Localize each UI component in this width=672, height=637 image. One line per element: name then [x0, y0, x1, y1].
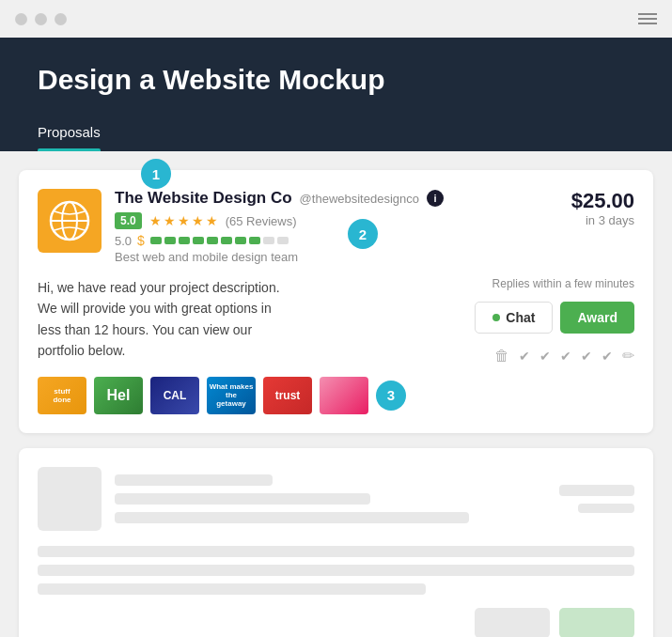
- step-badge-2: 2: [348, 219, 378, 249]
- portfolio-thumb-6[interactable]: [320, 377, 368, 414]
- level-dot-9: [263, 237, 274, 244]
- portfolio-thumb-2[interactable]: Hel: [94, 377, 143, 414]
- portfolio-row: stuffdone Hel CAL What makesthegetaway t…: [38, 377, 446, 414]
- skeleton-price-line: [559, 485, 634, 496]
- proposal-card: 1 The Website Design Co @thewebsitedesig…: [19, 170, 653, 433]
- step-badge-3: 3: [376, 381, 406, 411]
- page-header: Design a Website Mockup Proposals: [0, 38, 672, 151]
- pencil-icon[interactable]: ✏: [622, 347, 634, 365]
- level-dot-2: [164, 237, 176, 244]
- action-buttons: Chat Award: [475, 302, 634, 334]
- level-dots: [150, 237, 289, 244]
- rating-row: 5.0 ★ ★ ★ ★ ★ (65 Reviews): [115, 212, 553, 229]
- portfolio-thumb-4[interactable]: What makesthegetaway: [207, 377, 256, 414]
- price: $25.00: [571, 189, 634, 213]
- chat-button[interactable]: Chat: [475, 302, 553, 334]
- skeleton-body: [38, 546, 634, 595]
- portfolio-thumb-1[interactable]: stuffdone: [38, 377, 86, 414]
- level-dot-6: [221, 237, 232, 244]
- star-3: ★: [178, 213, 190, 228]
- proposal-right: Replies within a few minutes Chat Award …: [446, 277, 634, 365]
- award-button[interactable]: Award: [560, 302, 634, 334]
- freelancer-desc: Best web and mobile design team: [115, 250, 553, 264]
- skeleton-actions: [38, 608, 634, 637]
- check-icon-1[interactable]: ✔: [519, 349, 530, 364]
- level-label: 5.0: [115, 234, 132, 248]
- portfolio-thumb-3[interactable]: CAL: [150, 377, 199, 414]
- check-icon-5[interactable]: ✔: [602, 349, 613, 364]
- stars: ★ ★ ★ ★ ★: [149, 213, 218, 228]
- window-controls: [15, 13, 67, 25]
- level-dot-8: [249, 237, 260, 244]
- window-close-dot[interactable]: [15, 13, 27, 25]
- name-row: The Website Design Co @thewebsitedesignc…: [115, 189, 553, 208]
- replies-text: Replies within a few minutes: [492, 277, 634, 290]
- portfolio-thumb-5[interactable]: trust: [263, 377, 312, 414]
- content-area: 1 The Website Design Co @thewebsitedesig…: [0, 151, 672, 637]
- icon-row: 🗑 ✔ ✔ ✔ ✔ ✔ ✏: [494, 347, 634, 365]
- check-icon-4[interactable]: ✔: [581, 349, 592, 364]
- card-header: The Website Design Co @thewebsitedesignc…: [38, 189, 634, 264]
- star-4: ★: [192, 213, 204, 228]
- level-dot-3: [179, 237, 190, 244]
- price-days: in 3 days: [571, 213, 634, 227]
- skeleton-line-2: [115, 493, 370, 505]
- proposal-body: Hi, we have read your project descriptio…: [38, 277, 634, 414]
- reviews-count: (65 Reviews): [226, 214, 297, 228]
- level-row: 5.0 $: [115, 233, 553, 248]
- skeleton-header-row: [38, 467, 634, 531]
- skeleton-price-area: [522, 467, 634, 531]
- freelancer-avatar: [38, 189, 102, 253]
- freelancer-handle: @thewebsitedesignco: [300, 192, 419, 206]
- menu-icon[interactable]: [638, 13, 657, 24]
- trash-icon[interactable]: 🗑: [494, 348, 509, 365]
- star-2: ★: [164, 213, 176, 228]
- level-dot-7: [235, 237, 246, 244]
- online-status-dot: [492, 314, 500, 321]
- tab-bar: Proposals: [38, 115, 634, 151]
- rating-badge: 5.0: [115, 212, 142, 229]
- star-5: ★: [206, 213, 218, 228]
- freelancer-info: The Website Design Co @thewebsitedesignc…: [115, 189, 553, 264]
- skeleton-lines: [115, 467, 508, 531]
- level-dot-1: [150, 237, 162, 244]
- proposal-text: Hi, we have read your project descriptio…: [38, 277, 283, 362]
- window-minimize-dot[interactable]: [35, 13, 47, 25]
- skeleton-body-1: [38, 546, 634, 557]
- level-dot-4: [193, 237, 204, 244]
- skeleton-body-3: [38, 583, 426, 595]
- level-dot-5: [207, 237, 218, 244]
- page-title: Design a Website Mockup: [38, 64, 634, 96]
- skeleton-avatar: [38, 467, 102, 531]
- skeleton-line-3: [115, 512, 469, 523]
- dollar-icon: $: [137, 233, 145, 248]
- skeleton-line-1: [115, 474, 273, 486]
- skeleton-btn-2: [559, 608, 634, 637]
- check-icon-3[interactable]: ✔: [560, 349, 571, 364]
- level-dot-10: [277, 237, 289, 244]
- check-icon-2[interactable]: ✔: [539, 349, 551, 364]
- skeleton-days-line: [578, 504, 634, 513]
- skeleton-card: [19, 448, 653, 637]
- tab-proposals[interactable]: Proposals: [38, 115, 101, 151]
- price-section: $25.00 in 3 days: [553, 189, 634, 227]
- window-maximize-dot[interactable]: [55, 13, 67, 25]
- step-badge-1: 1: [141, 159, 171, 189]
- proposal-left: Hi, we have read your project descriptio…: [38, 277, 446, 414]
- skeleton-body-2: [38, 565, 634, 576]
- info-icon[interactable]: i: [427, 190, 444, 207]
- skeleton-btn-1: [475, 608, 550, 637]
- star-1: ★: [149, 213, 162, 228]
- title-bar: [0, 0, 672, 38]
- freelancer-name: The Website Design Co: [115, 189, 292, 208]
